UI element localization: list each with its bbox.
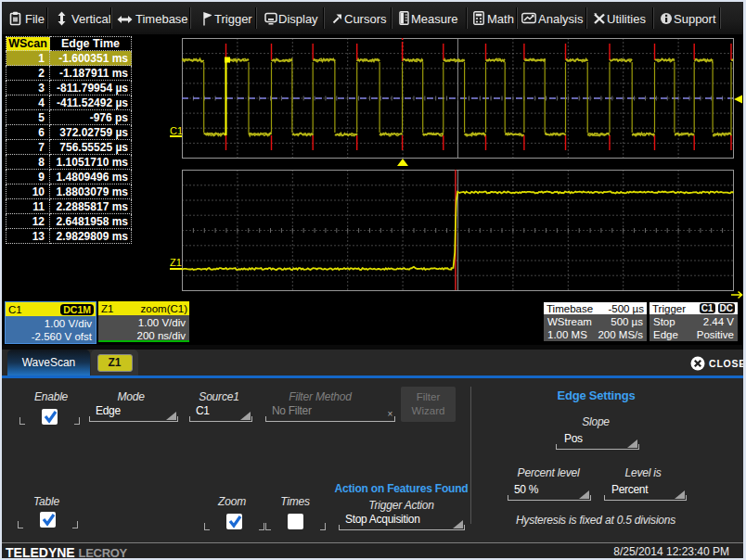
svg-text:Z1: Z1 [170, 257, 182, 268]
svg-text:C1: C1 [170, 125, 183, 136]
